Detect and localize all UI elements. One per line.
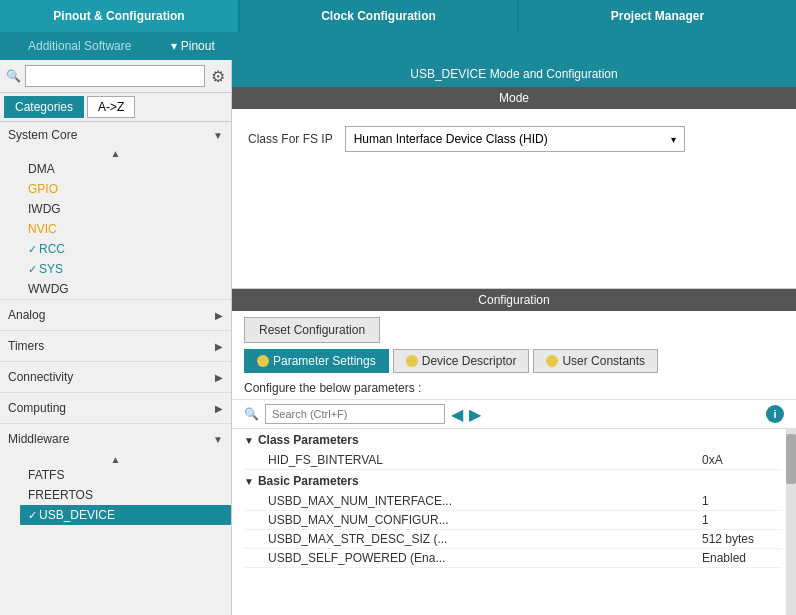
device-descriptor-icon bbox=[406, 355, 418, 367]
sidebar-section-system-core-header[interactable]: System Core ▼ bbox=[0, 122, 231, 148]
param-name-usbd-max-str: USBD_MAX_STR_DESC_SIZ (... bbox=[268, 532, 702, 546]
sidebar-item-fatfs[interactable]: FATFS bbox=[20, 465, 231, 485]
sidebar-item-sys[interactable]: ✓ SYS bbox=[20, 259, 231, 279]
sidebar-item-nvic[interactable]: NVIC bbox=[20, 219, 231, 239]
param-search-icon: 🔍 bbox=[244, 407, 259, 421]
sidebar-section-system-core: System Core ▼ ▲ DMA GPIO IWDG bbox=[0, 122, 231, 299]
scroll-up-middleware[interactable]: ▲ bbox=[111, 454, 121, 465]
tab-parameter-settings[interactable]: Parameter Settings bbox=[244, 349, 389, 373]
search-icon: 🔍 bbox=[6, 69, 21, 83]
param-group-basic-parameters-header[interactable]: ▼ Basic Parameters bbox=[244, 470, 782, 492]
param-value-usbd-self-powered: Enabled bbox=[702, 551, 782, 565]
param-name-usbd-max-interface: USBD_MAX_NUM_INTERFACE... bbox=[268, 494, 702, 508]
param-name-hid-binterval: HID_FS_BINTERVAL bbox=[268, 453, 702, 467]
scrollbar-thumb[interactable] bbox=[786, 434, 796, 484]
tab-clock-config[interactable]: Clock Configuration bbox=[240, 0, 519, 32]
sidebar-search-input[interactable] bbox=[25, 65, 205, 87]
sidebar-section-timers-header[interactable]: Timers ▶ bbox=[0, 331, 231, 361]
info-icon[interactable]: i bbox=[766, 405, 784, 423]
sidebar-section-analog: Analog ▶ bbox=[0, 299, 231, 330]
tab-a-to-z[interactable]: A->Z bbox=[87, 96, 135, 118]
sidebar-item-rcc[interactable]: ✓ RCC bbox=[20, 239, 231, 259]
sidebar-item-gpio[interactable]: GPIO bbox=[20, 179, 231, 199]
sidebar-section-analog-header[interactable]: Analog ▶ bbox=[0, 300, 231, 330]
chevron-down-class-params: ▼ bbox=[244, 435, 254, 446]
tab-pinout-config[interactable]: Pinout & Configuration bbox=[0, 0, 240, 32]
param-value-usbd-max-str: 512 bytes bbox=[702, 532, 782, 546]
class-for-fs-ip-select[interactable]: Human Interface Device Class (HID) ▾ bbox=[345, 126, 685, 152]
mode-section: Mode Class For FS IP Human Interface Dev… bbox=[232, 87, 796, 169]
check-icon-rcc: ✓ bbox=[28, 243, 37, 256]
param-row-usbd-self-powered[interactable]: USBD_SELF_POWERED (Ena... Enabled bbox=[244, 549, 782, 568]
param-list: ▼ Class Parameters HID_FS_BINTERVAL 0xA bbox=[232, 429, 786, 615]
param-value-hid-binterval: 0xA bbox=[702, 453, 782, 467]
param-nav-prev-icon[interactable]: ◀ bbox=[451, 405, 463, 424]
reset-configuration-button[interactable]: Reset Configuration bbox=[244, 317, 380, 343]
param-row-usbd-max-config[interactable]: USBD_MAX_NUM_CONFIGUR... 1 bbox=[244, 511, 782, 530]
configure-text: Configure the below parameters : bbox=[232, 377, 796, 400]
chevron-down-icon: ▼ bbox=[213, 130, 223, 141]
param-row-usbd-max-interface[interactable]: USBD_MAX_NUM_INTERFACE... 1 bbox=[244, 492, 782, 511]
chevron-right-timers: ▶ bbox=[215, 341, 223, 352]
sidebar-section-computing-header[interactable]: Computing ▶ bbox=[0, 393, 231, 423]
chevron-right-analog: ▶ bbox=[215, 310, 223, 321]
param-name-usbd-max-config: USBD_MAX_NUM_CONFIGUR... bbox=[268, 513, 702, 527]
gear-icon[interactable]: ⚙ bbox=[211, 67, 225, 86]
tab-project-manager[interactable]: Project Manager bbox=[519, 0, 796, 32]
tab-user-constants[interactable]: User Constants bbox=[533, 349, 658, 373]
dropdown-arrow-icon: ▾ bbox=[671, 134, 676, 145]
check-icon-sys: ✓ bbox=[28, 263, 37, 276]
user-constants-icon bbox=[546, 355, 558, 367]
param-name-usbd-self-powered: USBD_SELF_POWERED (Ena... bbox=[268, 551, 702, 565]
sidebar-section-timers: Timers ▶ bbox=[0, 330, 231, 361]
config-section: Configuration Reset Configuration Parame… bbox=[232, 289, 796, 615]
param-value-usbd-max-config: 1 bbox=[702, 513, 782, 527]
param-search-input[interactable] bbox=[265, 404, 445, 424]
vertical-scrollbar[interactable] bbox=[786, 429, 796, 615]
secondary-tab-pinout[interactable]: ▾ Pinout bbox=[151, 32, 234, 60]
sidebar: 🔍 ⚙ Categories A->Z System Core ▼ bbox=[0, 60, 232, 615]
chevron-right-computing: ▶ bbox=[215, 403, 223, 414]
sidebar-section-middleware: Middleware ▼ ▲ FATFS FREERTOS ✓ bbox=[0, 423, 231, 525]
param-row-usbd-max-str[interactable]: USBD_MAX_STR_DESC_SIZ (... 512 bytes bbox=[244, 530, 782, 549]
sidebar-section-connectivity: Connectivity ▶ bbox=[0, 361, 231, 392]
tab-categories[interactable]: Categories bbox=[4, 96, 84, 118]
sidebar-item-dma[interactable]: DMA bbox=[20, 159, 231, 179]
secondary-tab-additional-software[interactable]: Additional Software bbox=[8, 32, 151, 60]
content-title-bar: USB_DEVICE Mode and Configuration bbox=[232, 60, 796, 87]
chevron-down-basic-params: ▼ bbox=[244, 476, 254, 487]
sidebar-item-usb-device[interactable]: ✓ USB_DEVICE bbox=[20, 505, 231, 525]
content-area: USB_DEVICE Mode and Configuration Mode C… bbox=[232, 60, 796, 615]
mode-header: Mode bbox=[232, 87, 796, 109]
param-nav-next-icon[interactable]: ▶ bbox=[469, 405, 481, 424]
sidebar-section-middleware-header[interactable]: Middleware ▼ bbox=[0, 424, 231, 454]
sidebar-section-computing: Computing ▶ bbox=[0, 392, 231, 423]
config-header: Configuration bbox=[232, 289, 796, 311]
sidebar-section-connectivity-header[interactable]: Connectivity ▶ bbox=[0, 362, 231, 392]
scroll-up-arrow[interactable]: ▲ bbox=[111, 148, 121, 159]
sidebar-item-freertos[interactable]: FREERTOS bbox=[20, 485, 231, 505]
tab-device-descriptor[interactable]: Device Descriptor bbox=[393, 349, 530, 373]
sidebar-item-wwdg[interactable]: WWDG bbox=[20, 279, 231, 299]
param-row-hid-binterval[interactable]: HID_FS_BINTERVAL 0xA bbox=[244, 451, 782, 470]
param-group-class-parameters-header[interactable]: ▼ Class Parameters bbox=[244, 429, 782, 451]
chevron-right-connectivity: ▶ bbox=[215, 372, 223, 383]
param-group-class-parameters: ▼ Class Parameters HID_FS_BINTERVAL 0xA bbox=[244, 429, 782, 470]
chevron-down-middleware: ▼ bbox=[213, 434, 223, 445]
sidebar-item-iwdg[interactable]: IWDG bbox=[20, 199, 231, 219]
param-value-usbd-max-interface: 1 bbox=[702, 494, 782, 508]
check-icon-usb: ✓ bbox=[28, 509, 37, 522]
param-settings-icon bbox=[257, 355, 269, 367]
class-for-fs-ip-label: Class For FS IP bbox=[248, 132, 333, 146]
param-group-basic-parameters: ▼ Basic Parameters USBD_MAX_NUM_INTERFAC… bbox=[244, 470, 782, 568]
